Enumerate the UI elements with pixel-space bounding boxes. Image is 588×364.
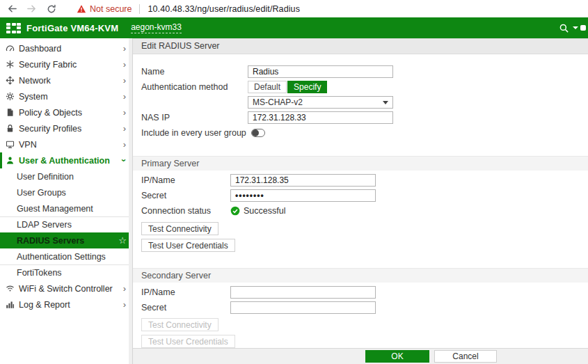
network-icon xyxy=(5,76,15,86)
sidebar-subitem-label: Authentication Settings xyxy=(17,252,106,262)
sidebar-subitem-label: RADIUS Servers xyxy=(17,236,84,246)
nas-ip-input[interactable] xyxy=(248,111,393,124)
sidebar-subitem-label: Guest Management xyxy=(17,204,93,214)
form-footer: OK Cancel xyxy=(133,348,588,364)
main-content: Edit RADIUS Server Name Authentication m… xyxy=(133,38,588,364)
connection-status-label: Connection status xyxy=(141,206,230,216)
primary-server-section-header: Primary Server xyxy=(133,156,588,171)
name-input[interactable] xyxy=(248,65,393,78)
url-separator xyxy=(139,4,140,14)
sidebar-item-policy-objects[interactable]: Policy & Objects › xyxy=(0,104,132,120)
product-title: FortiGate VM64-KVM xyxy=(26,23,118,33)
sidebar-subitem-label: User Groups xyxy=(17,188,66,198)
page-title: Edit RADIUS Server xyxy=(133,38,588,54)
primary-test-credentials-button[interactable]: Test User Credentials xyxy=(141,239,235,252)
primary-ip-input[interactable] xyxy=(230,174,376,187)
security-warning[interactable]: Not secure xyxy=(77,4,132,14)
toggle-knob xyxy=(252,129,259,136)
address-bar-url[interactable]: 10.40.48.33/ng/user/radius/edit/Radius xyxy=(148,4,300,14)
search-caret-icon xyxy=(573,26,578,29)
auth-specify-button[interactable]: Specify xyxy=(287,81,327,93)
chevron-right-icon: › xyxy=(123,60,126,69)
chevron-right-icon: › xyxy=(123,76,126,85)
nas-ip-label: NAS IP xyxy=(141,113,248,122)
sidebar-item-log-report[interactable]: Log & Report › xyxy=(0,296,132,312)
sidebar-scrollbar[interactable] xyxy=(129,38,132,364)
success-check-icon xyxy=(230,206,240,216)
sidebar-subitem-label: LDAP Servers xyxy=(17,220,72,230)
secondary-secret-input[interactable] xyxy=(230,301,376,314)
cancel-button[interactable]: Cancel xyxy=(434,350,497,363)
secondary-server-section-header: Secondary Server xyxy=(133,268,588,283)
sidebar-subitem-authentication-settings[interactable]: Authentication Settings xyxy=(0,248,132,264)
dropdown-caret-icon xyxy=(383,101,388,104)
sidebar-item-vpn[interactable]: VPN › xyxy=(0,136,132,152)
sidebar-subitem-radius-servers[interactable]: RADIUS Servers ☆ xyxy=(0,232,132,248)
primary-ip-label: IP/Name xyxy=(141,175,230,185)
search-button[interactable] xyxy=(559,23,578,33)
sidebar-item-label: User & Authentication xyxy=(19,156,122,166)
sidebar-nav: Dashboard › Security Fabric › Network › … xyxy=(0,38,133,364)
include-group-toggle[interactable] xyxy=(251,129,265,137)
sidebar-item-label: Security Profiles xyxy=(19,124,123,134)
forward-icon[interactable] xyxy=(26,3,37,14)
sidebar-item-security-fabric[interactable]: Security Fabric › xyxy=(0,56,132,72)
chevron-right-icon: › xyxy=(123,140,126,149)
chevron-right-icon: › xyxy=(123,92,126,101)
fabric-icon xyxy=(5,60,15,70)
name-label: Name xyxy=(141,67,248,77)
sidebar-item-label: Log & Report xyxy=(19,300,123,310)
search-icon xyxy=(559,23,569,33)
sidebar-item-security-profiles[interactable]: Security Profiles › xyxy=(0,120,132,136)
bar-chart-icon xyxy=(5,300,15,310)
sidebar-subitem-fortitokens[interactable]: FortiTokens xyxy=(0,264,132,280)
sidebar-item-label: Dashboard xyxy=(19,44,123,54)
secondary-secret-label: Secret xyxy=(141,303,230,312)
favorite-star-icon[interactable]: ☆ xyxy=(118,235,127,246)
chevron-right-icon: › xyxy=(123,124,126,133)
connection-status-value: Successful xyxy=(244,206,285,216)
secondary-test-connectivity-button: Test Connectivity xyxy=(141,318,218,331)
auth-default-button[interactable]: Default xyxy=(248,81,287,93)
chevron-right-icon: › xyxy=(123,108,126,117)
chevron-right-icon: › xyxy=(123,284,126,293)
sidebar-subitem-user-definition[interactable]: User Definition xyxy=(0,168,132,184)
sidebar-subitem-ldap-servers[interactable]: LDAP Servers xyxy=(0,216,132,232)
sidebar-item-wifi-switch-controller[interactable]: WiFi & Switch Controller › xyxy=(0,280,132,296)
primary-test-connectivity-button[interactable]: Test Connectivity xyxy=(141,222,218,235)
sidebar-item-user-authentication[interactable]: User & Authentication › xyxy=(0,152,132,168)
sidebar-item-label: Network xyxy=(19,76,123,86)
sidebar-subitem-user-groups[interactable]: User Groups xyxy=(0,184,132,200)
chevron-right-icon: › xyxy=(123,300,126,309)
sidebar-item-network[interactable]: Network › xyxy=(0,72,132,88)
gauge-icon xyxy=(5,44,15,54)
primary-secret-label: Secret xyxy=(141,191,230,200)
chevron-right-icon: › xyxy=(123,44,126,53)
app-header: FortiGate VM64-KVM aegon-kvm33 xyxy=(0,17,588,38)
auth-protocol-select[interactable]: MS-CHAP-v2 xyxy=(248,96,393,109)
sidebar-subitem-guest-management[interactable]: Guest Management xyxy=(0,200,132,216)
gear-icon xyxy=(5,92,15,102)
monitor-icon xyxy=(5,140,15,150)
ok-button[interactable]: OK xyxy=(365,350,429,363)
include-group-label: Include in every user group xyxy=(141,128,246,138)
security-warning-label: Not secure xyxy=(90,4,132,14)
sidebar-subitem-label: User Definition xyxy=(17,172,74,182)
chevron-down-icon: › xyxy=(119,159,128,161)
sidebar-item-system[interactable]: System › xyxy=(0,88,132,104)
fortinet-logo-icon xyxy=(6,23,21,33)
auth-method-label: Authentication method xyxy=(141,82,248,92)
browser-toolbar: Not secure 10.40.48.33/ng/user/radius/ed… xyxy=(0,0,588,17)
sidebar-item-dashboard[interactable]: Dashboard › xyxy=(0,40,132,56)
auth-protocol-value: MS-CHAP-v2 xyxy=(253,97,303,107)
hostname-link[interactable]: aegon-kvm33 xyxy=(131,22,182,33)
primary-secret-input[interactable] xyxy=(230,189,376,202)
cut-off-header-icon xyxy=(580,25,586,31)
back-icon[interactable] xyxy=(7,3,17,14)
sidebar-item-label: WiFi & Switch Controller xyxy=(19,284,123,294)
secondary-ip-label: IP/Name xyxy=(141,287,230,297)
reload-icon[interactable] xyxy=(46,3,56,14)
sidebar-item-label: Security Fabric xyxy=(19,60,123,70)
warning-triangle-icon xyxy=(77,4,86,14)
secondary-ip-input[interactable] xyxy=(230,286,376,299)
